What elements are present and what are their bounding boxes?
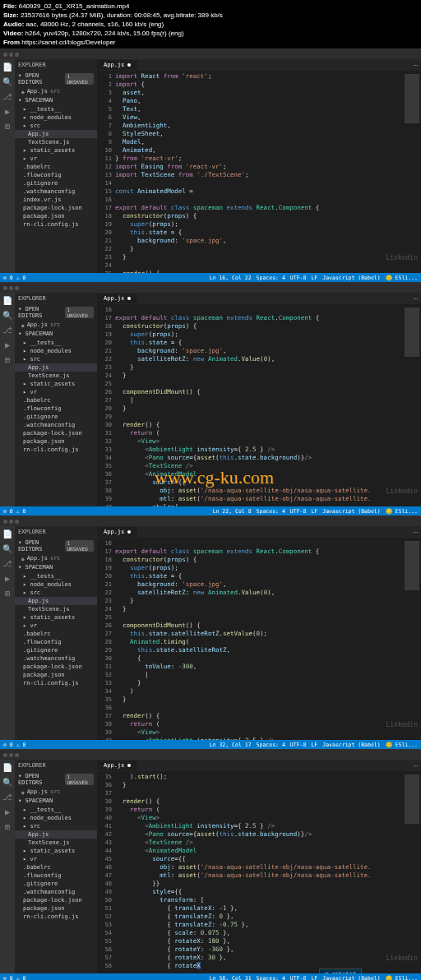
status-item[interactable]: 🙂 ESli...	[386, 975, 418, 981]
open-editor-App.js[interactable]: ● App.js src	[15, 554, 97, 562]
open-editors-header[interactable]: ▾ OPEN EDITORS 1 UNSAVED	[15, 538, 97, 554]
tab-actions[interactable]: ⋯	[414, 762, 421, 770]
tree-item-vr[interactable]: ▸ vr	[15, 622, 97, 630]
tree-item-.flowconfig[interactable]: .flowconfig	[15, 638, 97, 646]
tree-item-package-lock.json[interactable]: package-lock.json	[15, 896, 97, 904]
tree-item-TextScene.js[interactable]: TextScene.js	[15, 839, 97, 847]
tree-item-App.js[interactable]: App.js	[15, 597, 97, 605]
status-item[interactable]: LF	[311, 742, 317, 748]
tree-item-__tests__[interactable]: ▸ __tests__	[15, 105, 97, 113]
tree-item-index.vr.js[interactable]: index.vr.js	[15, 196, 97, 204]
tree-item-vr[interactable]: ▸ vr	[15, 388, 97, 396]
activity-icon-0[interactable]: 📄	[2, 529, 12, 539]
activity-icon-3[interactable]: ▶	[2, 574, 12, 584]
open-editors-header[interactable]: ▾ OPEN EDITORS 1 UNSAVED	[15, 71, 97, 87]
tree-item-src[interactable]: ▸ src	[15, 589, 97, 597]
tree-item-App.js[interactable]: App.js	[15, 363, 97, 372]
tree-item-TextScene.js[interactable]: TextScene.js	[15, 605, 97, 613]
tree-item-vr[interactable]: ▸ vr	[15, 855, 97, 863]
status-item[interactable]: Ln 16, Col 22	[210, 275, 252, 281]
tree-item-package-lock.json[interactable]: package-lock.json	[15, 429, 97, 437]
tree-item-package-lock.json[interactable]: package-lock.json	[15, 663, 97, 671]
activity-icon-0[interactable]: 📄	[2, 62, 12, 72]
status-item[interactable]: Ln 22, Col 8	[213, 508, 252, 515]
minimap[interactable]	[403, 304, 421, 506]
status-item[interactable]: LF	[311, 975, 317, 981]
minimap[interactable]	[403, 771, 421, 973]
code-content[interactable]: export default class spaceman extends Re…	[115, 538, 403, 740]
tree-item-node_modules[interactable]: ▸ node_modules	[15, 347, 97, 355]
open-editor-App.js[interactable]: ● App.js src	[15, 788, 97, 796]
status-item[interactable]: ⊘ 0 ⚠ 0	[3, 508, 25, 515]
status-item[interactable]: Javascript (Babel)	[322, 508, 380, 515]
activity-icon-1[interactable]: 🔍	[2, 77, 12, 87]
activity-icon-1[interactable]: 🔍	[2, 778, 12, 788]
status-item[interactable]: UTF-8	[290, 508, 307, 515]
activity-icon-1[interactable]: 🔍	[2, 544, 12, 554]
open-editor-App.js[interactable]: ● App.js src	[15, 87, 97, 95]
status-item[interactable]: UTF-8	[290, 742, 307, 748]
tree-item-rn-cli.config.js[interactable]: rn-cli.config.js	[15, 913, 97, 921]
tree-item-.babelrc[interactable]: .babelrc	[15, 863, 97, 871]
tree-item-node_modules[interactable]: ▸ node_modules	[15, 580, 97, 589]
tree-item-.babelrc[interactable]: .babelrc	[15, 163, 97, 171]
tree-item-package.json[interactable]: package.json	[15, 212, 97, 220]
tree-item-src[interactable]: ▸ src	[15, 822, 97, 830]
status-item[interactable]: LF	[311, 275, 317, 281]
tree-item-.gitignore[interactable]: .gitignore	[15, 880, 97, 888]
tree-item-package-lock.json[interactable]: package-lock.json	[15, 204, 97, 212]
activity-icon-4[interactable]: ⊞	[2, 355, 12, 365]
status-item[interactable]: ⊘ 0 ⚠ 0	[3, 275, 25, 281]
tree-item-App.js[interactable]: App.js	[15, 830, 97, 839]
project-header[interactable]: ▾ SPACEMAN	[15, 562, 97, 572]
project-header[interactable]: ▾ SPACEMAN	[15, 796, 97, 806]
activity-icon-4[interactable]: ⊞	[2, 122, 12, 132]
tree-item-.gitignore[interactable]: .gitignore	[15, 646, 97, 654]
status-item[interactable]: Spaces: 4	[257, 275, 285, 281]
status-item[interactable]: 🙂 ESli...	[386, 742, 418, 748]
tree-item-rn-cli.config.js[interactable]: rn-cli.config.js	[15, 679, 97, 687]
tree-item-package.json[interactable]: package.json	[15, 437, 97, 446]
tree-item-__tests__[interactable]: ▸ __tests__	[15, 572, 97, 580]
project-header[interactable]: ▾ SPACEMAN	[15, 329, 97, 339]
tree-item-.gitignore[interactable]: .gitignore	[15, 179, 97, 187]
tree-item-package.json[interactable]: package.json	[15, 671, 97, 679]
activity-icon-0[interactable]: 📄	[2, 763, 12, 773]
activity-icon-2[interactable]: ⎇	[2, 92, 12, 102]
tree-item-rn-cli.config.js[interactable]: rn-cli.config.js	[15, 446, 97, 454]
code-content[interactable]: export default class spaceman extends Re…	[115, 304, 403, 506]
project-header[interactable]: ▾ SPACEMAN	[15, 95, 97, 105]
tree-item-.watchmanconfig[interactable]: .watchmanconfig	[15, 654, 97, 663]
status-item[interactable]: 🙂 ESli...	[386, 508, 418, 515]
tree-item-App.js[interactable]: App.js	[15, 130, 97, 138]
open-editors-header[interactable]: ▾ OPEN EDITORS 1 UNSAVED	[15, 304, 97, 321]
tree-item-.watchmanconfig[interactable]: .watchmanconfig	[15, 421, 97, 429]
tree-item-.babelrc[interactable]: .babelrc	[15, 630, 97, 638]
tab-app-js[interactable]: App.js	[97, 60, 138, 70]
minimap[interactable]	[403, 71, 421, 273]
status-item[interactable]: Spaces: 4	[257, 508, 285, 515]
activity-icon-1[interactable]: 🔍	[2, 311, 12, 321]
suggest-item-rotateX[interactable]: □ rotateX	[320, 969, 361, 973]
tree-item-.flowconfig[interactable]: .flowconfig	[15, 871, 97, 880]
status-item[interactable]: Spaces: 4	[257, 975, 285, 981]
tree-item-__tests__[interactable]: ▸ __tests__	[15, 806, 97, 814]
tree-item-TextScene.js[interactable]: TextScene.js	[15, 372, 97, 380]
status-item[interactable]: UTF-8	[290, 275, 307, 281]
tab-app-js[interactable]: App.js	[97, 527, 138, 537]
tree-item-rn-cli.config.js[interactable]: rn-cli.config.js	[15, 220, 97, 229]
tree-item-node_modules[interactable]: ▸ node_modules	[15, 814, 97, 822]
tree-item-.flowconfig[interactable]: .flowconfig	[15, 171, 97, 179]
tab-actions[interactable]: ⋯	[414, 529, 421, 536]
tree-item-static_assets[interactable]: ▸ static_assets	[15, 847, 97, 855]
tree-item-src[interactable]: ▸ src	[15, 355, 97, 363]
tree-item-static_assets[interactable]: ▸ static_assets	[15, 613, 97, 622]
code-content[interactable]: import React from 'react';import { asset…	[115, 71, 403, 273]
code-content[interactable]: ).start(); } render() { return ( <View> …	[115, 771, 403, 973]
status-item[interactable]: Javascript (Babel)	[322, 742, 380, 748]
tree-item-node_modules[interactable]: ▸ node_modules	[15, 113, 97, 122]
status-item[interactable]: UTF-8	[290, 975, 307, 981]
tree-item-vr[interactable]: ▸ vr	[15, 155, 97, 163]
status-item[interactable]: ⊘ 0 ⚠ 0	[3, 975, 25, 981]
activity-icon-2[interactable]: ⎇	[2, 326, 12, 335]
